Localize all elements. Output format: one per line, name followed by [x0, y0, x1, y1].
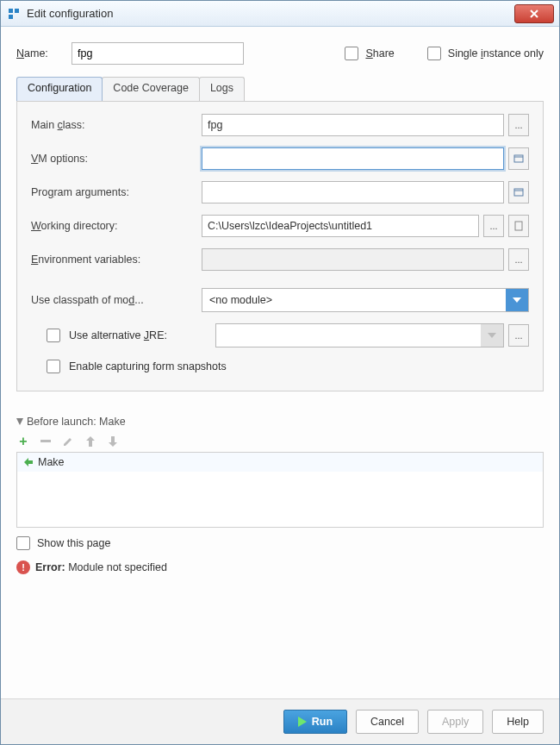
error-icon: !	[16, 560, 30, 574]
svg-rect-1	[514, 189, 523, 196]
before-launch-item-label: Make	[38, 456, 65, 468]
alt-jre-label: Use alternative JRE:	[69, 329, 215, 341]
form-snapshots-checkbox[interactable]	[47, 360, 60, 373]
alt-jre-browse-button[interactable]: ...	[508, 324, 529, 347]
move-up-button[interactable]	[84, 435, 97, 448]
app-icon	[6, 6, 22, 22]
share-checkbox[interactable]	[345, 47, 358, 60]
env-vars-input[interactable]	[202, 248, 504, 271]
make-icon	[22, 456, 34, 468]
main-class-browse-button[interactable]: ...	[508, 114, 529, 136]
program-args-input[interactable]	[202, 181, 504, 203]
tab-logs[interactable]: Logs	[199, 77, 245, 101]
tab-strip: Configuration Code Coverage Logs	[16, 77, 544, 101]
move-down-button[interactable]	[106, 435, 120, 448]
single-instance-checkbox[interactable]	[427, 47, 441, 60]
run-button-label: Run	[312, 716, 333, 728]
collapse-icon[interactable]	[16, 418, 23, 425]
before-launch-list[interactable]: Make	[16, 452, 544, 528]
share-label: Share	[365, 47, 394, 59]
working-dir-label: Working directory:	[31, 220, 202, 232]
working-dir-input[interactable]	[202, 215, 479, 237]
button-bar: Run Cancel Apply Help	[1, 698, 559, 744]
env-vars-edit-button[interactable]: ...	[508, 248, 529, 271]
classpath-label: Use classpath of mod...	[31, 294, 202, 306]
play-icon	[298, 717, 307, 727]
tab-panel-configuration: Main class: ... VM options: Program argu…	[16, 101, 544, 391]
alt-jre-checkbox[interactable]	[47, 329, 60, 342]
program-args-expand-button[interactable]	[508, 181, 529, 203]
vm-options-label: VM options:	[31, 153, 202, 165]
edit-button[interactable]	[61, 435, 75, 448]
env-vars-label: Environment variables:	[31, 254, 202, 266]
add-button[interactable]: +	[16, 435, 30, 448]
content-area: Name: Share Single instance only Configu…	[1, 27, 559, 698]
form-snapshots-label: Enable capturing form snapshots	[69, 360, 227, 372]
error-row: ! Error: Module not specified	[16, 560, 544, 574]
dialog-edit-configuration: Edit configuration Name: Share Single in…	[0, 0, 560, 745]
classpath-module-dropdown[interactable]: <no module>	[202, 288, 529, 312]
show-this-page-label: Show this page	[37, 537, 110, 549]
titlebar: Edit configuration	[1, 1, 559, 27]
remove-button[interactable]	[39, 435, 53, 448]
before-launch-section: Before launch: Make +	[16, 416, 544, 574]
list-item[interactable]: Make	[17, 453, 543, 472]
name-row: Name: Share Single instance only	[16, 42, 544, 65]
program-args-label: Program arguments:	[31, 186, 202, 198]
main-class-input[interactable]	[202, 114, 504, 136]
name-input[interactable]	[72, 42, 244, 65]
window-title: Edit configuration	[27, 7, 514, 20]
chevron-down-icon	[481, 324, 503, 347]
working-dir-macros-button[interactable]	[508, 215, 529, 237]
before-launch-title: Before launch: Make	[27, 416, 126, 428]
tab-configuration[interactable]: Configuration	[16, 77, 103, 101]
error-prefix: Error:	[35, 561, 65, 573]
vm-options-expand-button[interactable]	[508, 147, 529, 170]
cancel-button[interactable]: Cancel	[356, 710, 419, 734]
error-message: Module not specified	[65, 561, 167, 573]
single-instance-label: Single instance only	[448, 47, 544, 59]
close-button[interactable]	[514, 4, 554, 23]
alt-jre-dropdown[interactable]	[215, 323, 504, 347]
classpath-module-value: <no module>	[209, 294, 272, 306]
name-label: Name:	[16, 47, 61, 59]
main-class-label: Main class:	[31, 119, 202, 131]
vm-options-input[interactable]	[202, 147, 504, 170]
apply-button[interactable]: Apply	[427, 710, 483, 734]
before-launch-toolbar: +	[16, 433, 544, 452]
svg-rect-3	[40, 440, 51, 442]
svg-rect-0	[514, 155, 523, 162]
tab-code-coverage[interactable]: Code Coverage	[102, 77, 200, 101]
help-button[interactable]: Help	[492, 710, 544, 734]
svg-rect-2	[515, 222, 522, 230]
chevron-down-icon	[506, 289, 528, 311]
run-button[interactable]: Run	[283, 710, 347, 734]
working-dir-browse-button[interactable]: ...	[483, 215, 504, 237]
show-this-page-checkbox[interactable]	[16, 536, 30, 550]
